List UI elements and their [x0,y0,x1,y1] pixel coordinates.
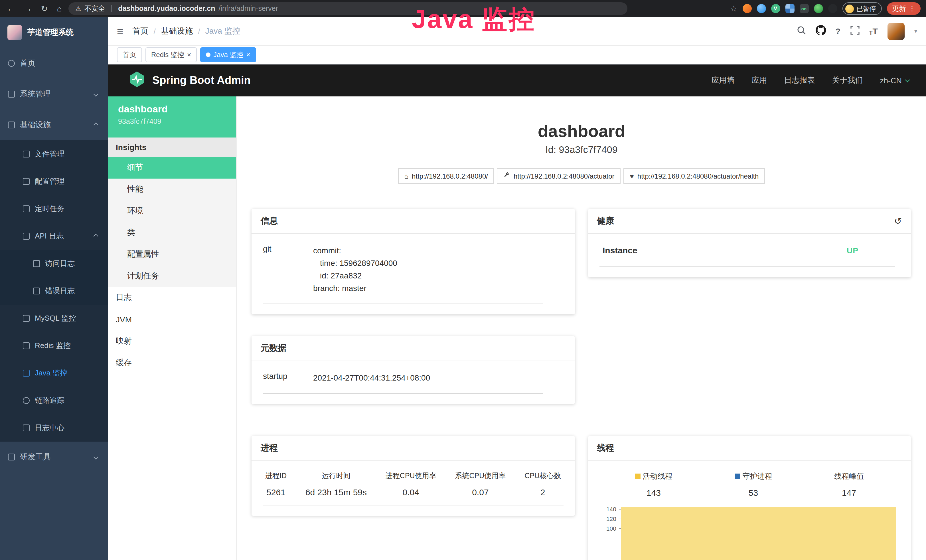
database-icon [23,315,30,322]
breadcrumb-infra[interactable]: 基础设施 [161,26,193,36]
tab-home[interactable]: 首页 [117,47,142,62]
close-icon[interactable]: × [187,51,191,58]
metadata-card-title: 元数据 [251,336,575,361]
extension-icon-vue[interactable]: V [771,4,780,13]
sba-main: dashboard Id: 93a3fc7f7409 ⌂ http://192.… [237,97,926,560]
breadcrumb-current: Java 监控 [205,26,241,36]
font-size-icon[interactable]: TT [869,26,878,36]
page-subtitle: Id: 93a3fc7f7409 [251,144,911,156]
sba-body: dashboard 93a3fc7f7409 Insights 细节 性能 环境… [108,97,926,560]
logo-image [8,25,22,40]
sidebar-item-accesslog[interactable]: 访问日志 [0,250,108,277]
close-icon[interactable]: × [246,51,250,58]
sba-item-scheduled-tasks[interactable]: 计划任务 [108,265,236,287]
sidebar-item-logcenter[interactable]: 日志中心 [0,414,108,442]
chrome-update-button[interactable]: 更新 ⋮ [887,2,921,15]
actuator-url-link[interactable]: http://192.168.0.2:48080/actuator [497,168,621,184]
sidebar-item-label: 配置管理 [35,176,100,186]
cards-row-1: 信息 git commit: time: 1596289704000 [251,209,911,314]
sidebar-item-config[interactable]: 配置管理 [0,168,108,195]
sidebar-item-home[interactable]: 首页 [0,48,108,79]
sba-item-classes[interactable]: 类 [108,222,236,244]
sba-item-config-props[interactable]: 配置属性 [108,244,236,265]
sidebar-item-job[interactable]: 定时任务 [0,195,108,222]
threads-legend: 活动线程 143 守护进程 53 [599,471,899,498]
chevron-up-icon [94,123,98,127]
sidebar-item-apilog[interactable]: API 日志 [0,222,108,250]
sidebar-item-redis[interactable]: Redis 监控 [0,332,108,359]
security-label[interactable]: 不安全 [85,4,105,14]
address-bar[interactable]: ⚠ 不安全 dashboard.yudao.iocoder.cn/infra/a… [68,2,627,15]
health-key: Instance [602,245,637,255]
sba-item-environment[interactable]: 环境 [108,200,236,222]
extension-icon-fox[interactable] [742,4,752,13]
breadcrumb: 首页 / 基础设施 / Java 监控 [132,26,241,36]
health-url-link[interactable]: ♥ http://192.168.0.2:48080/actuator/heal… [624,168,765,184]
metadata-key: startup [263,371,313,384]
service-url-link[interactable]: ⌂ http://192.168.0.2:48080/ [398,168,494,184]
sidebar-item-label: 错误日志 [45,286,100,296]
history-icon[interactable]: ↺ [894,216,902,227]
home-icon[interactable]: ⌂ [57,4,62,13]
sidebar-item-label: 定时任务 [35,204,100,214]
sba-item-mappings[interactable]: 映射 [108,330,236,352]
breadcrumb-home[interactable]: 首页 [132,26,148,36]
metadata-value: 2021-04-27T00:44:31.254+08:00 [313,371,430,384]
sba-nav-journal[interactable]: 日志报表 [784,75,815,86]
github-icon[interactable] [816,25,826,37]
extension-icon-grid[interactable] [785,4,794,13]
extension-icon-drop[interactable] [757,4,766,13]
cards-row-2: 元数据 startup 2021-04-27T00:44:31.254+08:0… [251,336,911,404]
bookmark-star-icon[interactable]: ☆ [730,4,737,13]
back-icon[interactable]: ← [7,4,15,13]
avatar-caret-icon[interactable]: ▾ [914,28,917,34]
process-card: 进程 进程ID5261 运行时间6d 23h 15m 59 [251,436,575,516]
sidebar-item-errorlog[interactable]: 错误日志 [0,277,108,305]
sidebar-item-system[interactable]: 系统管理 [0,79,108,109]
sba-item-details[interactable]: 细节 [108,157,236,179]
fullscreen-icon[interactable] [850,26,859,37]
sidebar-item-java[interactable]: Java 监控 [0,359,108,387]
kebab-menu-icon[interactable]: ⋮ [909,5,915,12]
extension-icon-paw[interactable] [828,4,837,13]
extension-icon-switch[interactable]: on [799,4,808,13]
sba-instance-header[interactable]: dashboard 93a3fc7f7409 [108,97,236,138]
sba-nav-about[interactable]: 关于我们 [832,75,863,86]
sba-item-metrics[interactable]: 性能 [108,179,236,200]
tab-label: Redis 监控 [151,50,184,60]
sidebar-item-label: 访问日志 [45,259,100,269]
tab-redis-monitor[interactable]: Redis 监控 × [145,47,197,62]
sidebar-item-devtool[interactable]: 研发工具 [0,442,108,472]
sidebar-item-mysql[interactable]: MySQL 监控 [0,305,108,332]
sba-section-insights: Insights [108,138,236,157]
extension-icon-leaf[interactable] [814,4,823,13]
sba-item-logs[interactable]: 日志 [108,287,236,309]
cards-area: 信息 git commit: time: 1596289704000 [251,209,911,560]
sba-nav-wallboard[interactable]: 应用墙 [711,75,734,86]
profile-avatar-emoji [845,4,853,13]
refresh-icon[interactable]: ↻ [41,4,48,13]
sidebar-item-file[interactable]: 文件管理 [0,140,108,168]
forward-icon[interactable]: → [24,4,32,13]
app-sidebar: 芋道管理系统 首页 系统管理 基础设施 [0,17,108,560]
browser-nav-buttons: ← → ↻ ⌂ [0,4,68,13]
sba-language-select[interactable]: zh-CN [880,76,909,85]
help-icon[interactable]: ? [835,26,840,36]
chevron-down-icon [905,77,910,82]
search-icon[interactable] [796,26,806,37]
heart-icon: ♥ [630,172,634,180]
sidebar-item-trace[interactable]: 链路追踪 [0,387,108,414]
avatar[interactable] [888,23,905,40]
process-table: 进程ID5261 运行时间6d 23h 15m 59s 进程CPU使用率0.04 [263,471,563,506]
profile-paused-chip[interactable]: 已暂停 [842,2,882,15]
sba-item-jvm[interactable]: JVM [108,309,236,330]
hamburger-icon[interactable]: ≡ [117,25,123,37]
sba-nav-applications[interactable]: 应用 [752,75,767,86]
sba-item-caches[interactable]: 缓存 [108,352,236,374]
sidebar-item-infra[interactable]: 基础设施 [0,109,108,140]
sba-brand[interactable]: Spring Boot Admin [128,70,251,91]
sidebar-item-label: API 日志 [35,231,89,241]
app-logo-row[interactable]: 芋道管理系统 [0,17,108,48]
chevron-down-icon [94,455,98,460]
tab-java-monitor[interactable]: Java 监控 × [200,47,256,62]
